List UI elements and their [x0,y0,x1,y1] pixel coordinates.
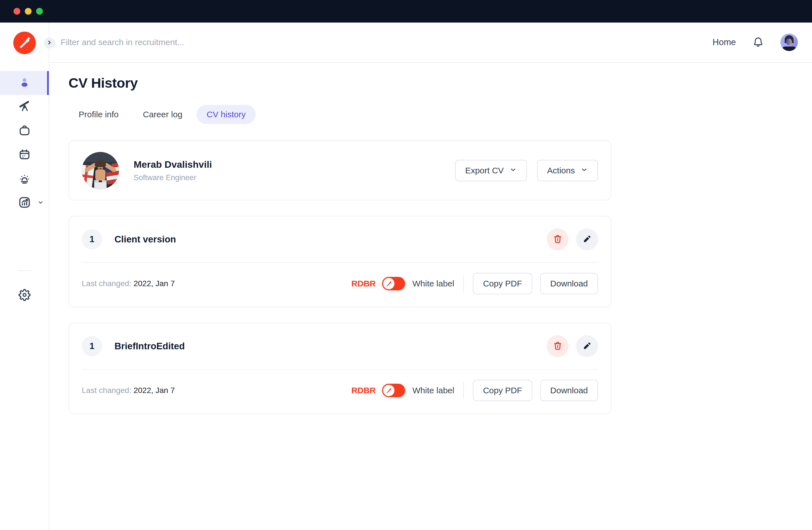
actions-label: Actions [547,166,575,175]
search-input[interactable] [61,38,314,47]
magic-wand-icon [17,35,32,51]
vertical-divider [463,382,464,399]
sidebar-item-calendar[interactable] [0,143,49,167]
sidebar-item-horizon[interactable] [0,167,49,191]
rdbr-label: RDBR [351,279,376,289]
sidebar-nav [0,71,49,307]
briefcase-icon [18,124,31,138]
branding-toggle[interactable] [382,277,405,290]
branding-toggle[interactable] [382,384,405,397]
copy-pdf-button[interactable]: Copy PDF [473,380,532,401]
profile-actions: Export CV Actions [455,160,598,181]
telescope-icon [18,100,31,115]
calendar-icon [18,148,31,162]
trash-icon [553,234,563,245]
notifications-button[interactable] [752,36,764,49]
version-actions [547,335,598,357]
version-title: BriefIntroEdited [115,341,185,352]
candidate-info: Merab Dvalishvili Software Engineer [134,159,212,182]
version-footer-row: Last changed: 2022, Jan 7 RDBR [69,370,611,414]
top-header: Home [49,23,812,63]
export-cv-label: Export CV [465,166,504,175]
page-title: CV History [69,75,812,91]
edit-version-button[interactable] [576,229,598,250]
tab-cv-history[interactable]: CV history [197,105,256,124]
version-footer-row: Last changed: 2022, Jan 7 RDBR [69,263,611,307]
edit-version-button[interactable] [576,335,598,357]
header-right: Home [712,33,798,51]
download-button[interactable]: Download [540,273,598,294]
gear-icon [18,288,31,303]
brand-logo[interactable] [13,32,36,54]
sidebar-item-settings[interactable] [0,283,49,307]
sunrise-icon [18,172,31,186]
vertical-divider [463,276,464,292]
tab-bar: Profile info Career log CV history [69,105,812,124]
sidebar-item-jobs[interactable] [0,119,49,143]
sidebar-item-discover[interactable] [0,95,49,119]
last-changed-label: Last changed: [82,279,131,288]
chevron-right-icon [46,40,52,46]
last-changed-date: 2022, Jan 7 [134,279,175,288]
delete-version-button[interactable] [547,335,569,357]
main-column: Home [49,23,812,530]
pencil-icon [582,341,592,352]
version-controls: RDBR [351,273,598,294]
copy-pdf-button[interactable]: Copy PDF [473,273,532,294]
page-content: CV History Profile info Career log CV hi… [49,63,812,414]
window-zoom-button[interactable] [36,8,43,15]
version-controls: RDBR [351,380,598,401]
chevron-down-icon [38,199,44,207]
cv-version-card: 1 BriefIntroEdited [69,323,611,414]
sidebar-item-profile[interactable] [0,71,49,95]
version-actions [547,229,598,250]
actions-button[interactable]: Actions [537,160,598,181]
candidate-name: Merab Dvalishvili [134,159,212,170]
app-window: Home [0,0,812,530]
delete-version-button[interactable] [547,229,569,250]
version-title: Client version [115,234,176,245]
rdbr-label: RDBR [351,386,376,395]
pencil-icon [582,234,592,245]
chevron-down-icon [581,166,588,175]
sidebar-expand-button[interactable] [44,37,55,48]
version-header-row: 1 Client version [69,217,611,262]
last-changed-date: 2022, Jan 7 [134,386,175,395]
last-changed-label: Last changed: [82,386,131,395]
candidate-photo [82,152,119,189]
trash-icon [553,341,563,352]
window-titlebar [0,0,812,23]
candidate-profile-card: Merab Dvalishvili Software Engineer Expo… [69,141,611,201]
window-minimize-button[interactable] [25,8,32,15]
candidate-role: Software Engineer [134,173,212,182]
chevron-down-icon [509,166,517,175]
toggle-knob-wand-icon [383,385,394,396]
user-icon [18,76,31,90]
white-label-text: White label [412,386,454,395]
bell-icon [752,36,764,49]
sidebar [0,23,49,530]
sidebar-item-analytics[interactable] [0,191,49,215]
white-label-text: White label [412,279,454,289]
download-button[interactable]: Download [540,380,598,401]
version-header-row: 1 BriefIntroEdited [69,323,611,369]
export-cv-button[interactable]: Export CV [455,160,527,181]
cards-stack: Merab Dvalishvili Software Engineer Expo… [69,141,611,414]
user-avatar[interactable] [780,33,798,51]
cv-version-card: 1 Client version [69,216,611,307]
app-chrome: Home [0,23,812,530]
last-changed-text: Last changed: 2022, Jan 7 [82,279,175,288]
version-number-badge: 1 [82,336,102,356]
tab-profile-info[interactable]: Profile info [69,105,129,124]
last-changed-text: Last changed: 2022, Jan 7 [82,386,175,395]
toggle-knob-wand-icon [383,278,394,289]
sidebar-divider [17,270,32,271]
tab-career-log[interactable]: Career log [133,105,192,124]
analytics-chart-icon [18,196,31,210]
version-number-badge: 1 [82,229,102,250]
window-close-button[interactable] [14,8,20,15]
home-link[interactable]: Home [712,37,736,47]
